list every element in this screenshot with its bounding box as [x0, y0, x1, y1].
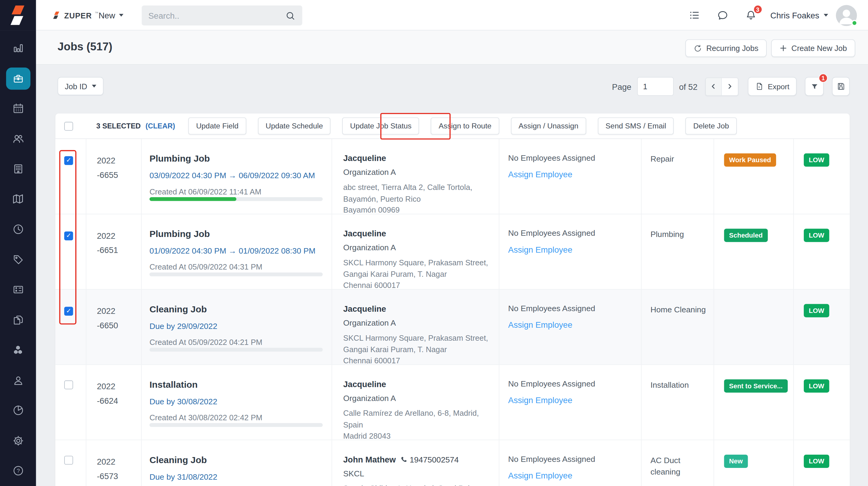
- no-employees-label: No Employees Assigned: [508, 153, 641, 162]
- chevron-down-icon: [92, 85, 97, 87]
- avatar[interactable]: [836, 5, 857, 26]
- assign-to-route-button[interactable]: Assign to Route: [431, 117, 499, 134]
- activity-list-icon[interactable]: [688, 9, 701, 21]
- row-checkbox[interactable]: [64, 381, 73, 389]
- update-field-button[interactable]: Update Field: [188, 117, 246, 134]
- sidebar-item-organizations[interactable]: [6, 158, 30, 180]
- job-title[interactable]: Installation: [150, 379, 323, 390]
- status-badge: Sent to Service...: [724, 379, 787, 393]
- search-icon[interactable]: [285, 10, 296, 21]
- sidebar-item-timesheets[interactable]: [6, 218, 30, 240]
- sidebar-item-teams[interactable]: [6, 127, 30, 150]
- delete-job-button[interactable]: Delete Job: [686, 117, 737, 134]
- row-checkbox[interactable]: [64, 456, 73, 464]
- assign-unassign-button[interactable]: Assign / Unassign: [511, 117, 586, 134]
- sidebar-item-tags[interactable]: [6, 248, 30, 270]
- customer-name[interactable]: Jacqueline: [343, 379, 386, 389]
- row-checkbox[interactable]: [64, 231, 73, 240]
- export-button[interactable]: x Export: [748, 77, 797, 96]
- sidebar-item-dashboard[interactable]: [6, 37, 30, 59]
- page-number-input[interactable]: [637, 77, 673, 96]
- table-row: 2022-6651 Plumbing Job 01/09/2022 04:30 …: [56, 214, 850, 290]
- job-schedule-link[interactable]: Due by 31/08/2022: [150, 473, 323, 481]
- online-status-dot: [851, 20, 858, 26]
- job-schedule-link[interactable]: Due by 30/08/2022: [150, 397, 323, 406]
- customer-name[interactable]: John Mathew: [343, 455, 396, 464]
- sidebar-item-territories[interactable]: [6, 188, 30, 210]
- refresh-icon: [693, 44, 702, 53]
- assign-employee-link[interactable]: Assign Employee: [508, 395, 572, 404]
- sidebar: ?: [0, 30, 36, 486]
- recurring-jobs-button[interactable]: Recurring Jobs: [685, 39, 767, 57]
- sidebar-item-documents[interactable]: [6, 309, 30, 331]
- row-checkbox[interactable]: [64, 156, 73, 164]
- update-job-status-button[interactable]: Update Job Status: [342, 117, 419, 134]
- select-all-checkbox[interactable]: [64, 121, 73, 130]
- chevron-down-icon: [119, 14, 124, 17]
- sidebar-item-inventory[interactable]: [6, 339, 30, 361]
- send-sms-email-button[interactable]: Send SMS / Email: [598, 117, 674, 134]
- customer-name[interactable]: Jacqueline: [343, 304, 386, 313]
- job-title[interactable]: Plumbing Job: [150, 153, 323, 164]
- job-id: 2022-6651: [87, 214, 142, 289]
- job-id: 2022-6624: [87, 365, 142, 439]
- job-category: Installation: [642, 365, 714, 439]
- sidebar-item-dispatch-board[interactable]: [6, 97, 30, 119]
- briefcase-icon: [12, 72, 24, 84]
- sidebar-item-settings[interactable]: [6, 429, 30, 451]
- sidebar-item-jobs[interactable]: [6, 67, 30, 89]
- global-search: [142, 5, 302, 25]
- assign-employee-link[interactable]: Assign Employee: [508, 245, 572, 254]
- user-name: Chris Foakes: [770, 10, 819, 20]
- notification-badge: 3: [753, 5, 762, 13]
- previous-page-button[interactable]: [706, 78, 722, 95]
- search-input[interactable]: [142, 11, 285, 20]
- customer-phone[interactable]: 19475002574: [400, 455, 459, 464]
- new-menu[interactable]: New: [98, 0, 124, 30]
- update-schedule-button[interactable]: Update Schedule: [258, 117, 331, 134]
- user-menu[interactable]: Chris Foakes: [770, 10, 828, 20]
- brand-logo[interactable]: ZUPER ™: [53, 0, 98, 30]
- next-page-button[interactable]: [722, 78, 738, 95]
- map-icon: [12, 193, 24, 205]
- sidebar-item-reports[interactable]: [6, 399, 30, 421]
- customer-name[interactable]: Jacqueline: [343, 153, 386, 163]
- calculator-card-icon: [12, 283, 24, 296]
- assign-employee-link[interactable]: Assign Employee: [508, 320, 572, 330]
- job-schedule-link[interactable]: 01/09/2022 04:30 PM → 01/09/2022 08:30 P…: [150, 246, 323, 255]
- customer-address: Calle Ramírez de Arellano, 6-8, Madrid,: [343, 407, 491, 419]
- sidebar-item-customers[interactable]: [6, 369, 30, 391]
- app-logo[interactable]: [0, 0, 36, 30]
- clear-selection-link[interactable]: (CLEAR): [146, 122, 175, 130]
- customer-address: Gangai Karai Puram, T. Nagar: [343, 344, 491, 355]
- customer-address: Madrid 28043: [343, 430, 491, 442]
- plus-icon: [779, 44, 787, 52]
- navbar-right: 3 Chris Foakes: [673, 0, 857, 30]
- sidebar-item-estimates[interactable]: [6, 279, 30, 301]
- assign-employee-link[interactable]: Assign Employee: [508, 170, 572, 179]
- documents-icon: [12, 314, 24, 326]
- sidebar-item-help[interactable]: ?: [6, 459, 30, 482]
- job-title[interactable]: Plumbing Job: [150, 229, 323, 239]
- customer-name[interactable]: Jacqueline: [343, 229, 386, 238]
- notifications-bell-icon[interactable]: 3: [745, 9, 757, 21]
- job-title[interactable]: Cleaning Job: [150, 304, 323, 314]
- no-employees-label: No Employees Assigned: [508, 304, 641, 313]
- progress-bar: [150, 423, 323, 427]
- assign-employee-link[interactable]: Assign Employee: [508, 470, 572, 480]
- export-file-icon: x: [755, 82, 764, 91]
- job-schedule-link[interactable]: 03/09/2022 04:30 PM → 06/09/2022 09:30 A…: [150, 171, 323, 180]
- customer-address: Bayamón 00969: [343, 204, 491, 216]
- tag-icon: [12, 253, 24, 265]
- sort-by-job-id-dropdown[interactable]: Job ID: [58, 77, 104, 95]
- chat-icon[interactable]: [717, 9, 729, 21]
- brand-trademark: ™: [95, 11, 98, 15]
- funnel-icon: [810, 82, 818, 91]
- filter-button[interactable]: 1: [805, 77, 824, 96]
- job-schedule-link[interactable]: Due by 29/09/2022: [150, 322, 323, 330]
- page-header: Jobs (517) Recurring Jobs Create New Job: [36, 30, 868, 65]
- save-view-button[interactable]: [832, 77, 850, 96]
- job-title[interactable]: Cleaning Job: [150, 455, 323, 465]
- row-checkbox[interactable]: [64, 307, 73, 315]
- create-new-job-button[interactable]: Create New Job: [771, 39, 855, 57]
